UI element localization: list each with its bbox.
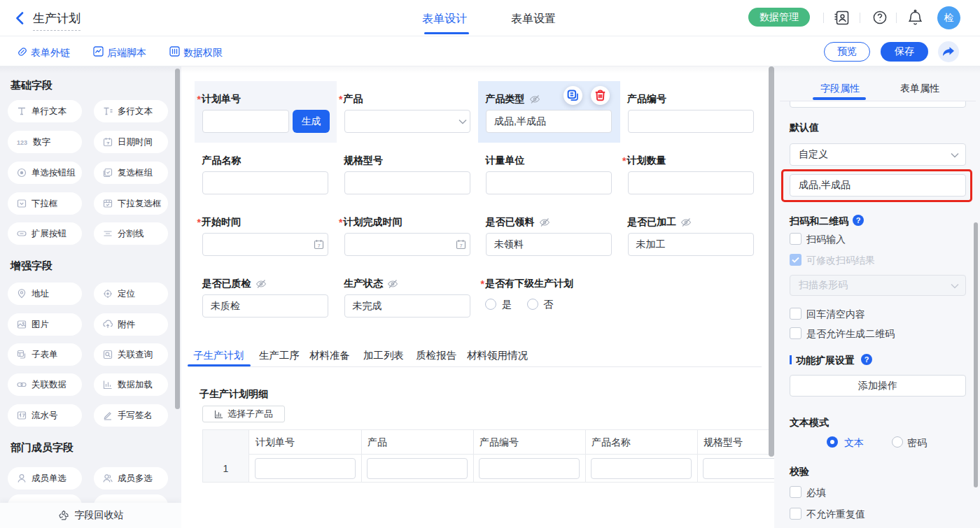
svg-text:7: 7: [318, 243, 321, 249]
svg-text:123: 123: [17, 139, 27, 146]
svg-text:7: 7: [459, 243, 462, 249]
